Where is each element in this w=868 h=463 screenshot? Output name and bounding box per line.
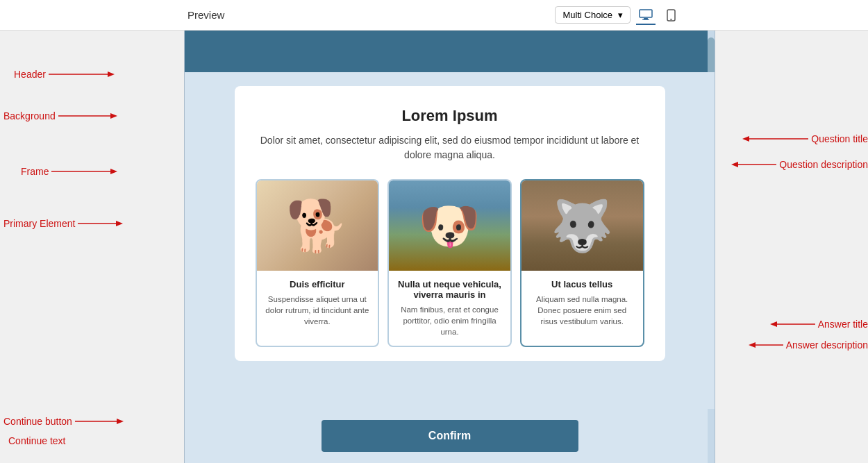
svg-marker-12 bbox=[116, 221, 123, 226]
background-arrow bbox=[58, 110, 121, 121]
survey-title: Lorem Ipsum bbox=[256, 107, 644, 125]
frame-arrow bbox=[51, 166, 121, 177]
svg-marker-19 bbox=[770, 321, 777, 327]
svg-marker-14 bbox=[117, 419, 124, 424]
question-description-annotation: Question description bbox=[728, 159, 868, 170]
main-area: Header Background Frame Primary Elemen bbox=[0, 31, 868, 463]
frame-annotation: Frame bbox=[21, 166, 121, 177]
confirm-button[interactable]: Confirm bbox=[322, 420, 578, 452]
question-description-label: Question description bbox=[779, 159, 868, 170]
left-annotations: Header Background Frame Primary Elemen bbox=[0, 31, 184, 463]
svg-rect-4 bbox=[670, 19, 672, 20]
svg-marker-17 bbox=[731, 162, 738, 167]
dropdown-selected-value: Multi Choice bbox=[562, 10, 612, 20]
confirm-area: Confirm bbox=[185, 409, 715, 463]
choice-image-1 bbox=[257, 180, 378, 271]
preview-container: Lorem Ipsum Dolor sit amet, consectetur … bbox=[184, 31, 715, 463]
header-arrow bbox=[49, 69, 118, 80]
choice-title-3: Ut lacus tellus bbox=[530, 279, 635, 289]
svg-marker-10 bbox=[110, 169, 117, 174]
survey-header bbox=[185, 31, 715, 72]
continue-text-annotation: Continue text bbox=[8, 435, 66, 446]
survey-description: Dolor sit amet, consectetur adipiscing e… bbox=[256, 133, 644, 162]
choice-card-3[interactable]: Ut lacus tellus Aliquam sed nulla magna.… bbox=[520, 179, 644, 347]
choice-image-2 bbox=[389, 180, 510, 271]
choice-card-2[interactable]: Nulla ut neque vehicula, viverra mauris … bbox=[387, 179, 512, 347]
answer-title-annotation: Answer title bbox=[767, 319, 868, 330]
svg-marker-8 bbox=[110, 113, 117, 119]
answer-description-annotation: Answer description bbox=[745, 339, 868, 351]
choice-body-3: Ut lacus tellus Aliquam sed nulla magna.… bbox=[521, 271, 643, 335]
svg-rect-0 bbox=[640, 10, 652, 17]
choice-body-1: Duis efficitur Suspendisse aliquet urna … bbox=[257, 271, 378, 335]
svg-marker-15 bbox=[742, 136, 749, 142]
question-type-dropdown[interactable]: Multi Choice ▾ bbox=[555, 6, 631, 24]
choice-title-2: Nulla ut neque vehicula, viverra mauris … bbox=[397, 279, 502, 300]
question-title-arrow bbox=[739, 133, 808, 144]
svg-rect-2 bbox=[642, 19, 649, 19]
background-annotation: Background bbox=[3, 110, 121, 121]
continue-button-annotation: Continue button bbox=[3, 416, 127, 427]
choice-title-1: Duis efficitur bbox=[265, 279, 370, 289]
question-title-label: Question title bbox=[811, 133, 868, 144]
svg-marker-6 bbox=[108, 71, 115, 77]
chevron-down-icon: ▾ bbox=[618, 10, 623, 20]
answer-title-arrow bbox=[767, 319, 815, 330]
answer-description-arrow bbox=[745, 339, 783, 351]
header-annotation-label: Header bbox=[14, 69, 46, 80]
header-annotation: Header bbox=[14, 69, 118, 80]
continue-text-label: Continue text bbox=[8, 435, 66, 446]
continue-button-label: Continue button bbox=[3, 416, 72, 427]
choice-desc-3: Aliquam sed nulla magna. Donec posuere e… bbox=[530, 294, 635, 327]
choice-body-2: Nulla ut neque vehicula, viverra mauris … bbox=[389, 271, 510, 346]
choice-desc-1: Suspendisse aliquet urna ut dolor rutrum… bbox=[265, 294, 370, 327]
choice-card-1[interactable]: Duis efficitur Suspendisse aliquet urna … bbox=[256, 179, 380, 347]
primary-element-arrow bbox=[78, 218, 126, 229]
frame-annotation-label: Frame bbox=[21, 166, 49, 177]
background-annotation-label: Background bbox=[3, 110, 56, 121]
survey-frame: Lorem Ipsum Dolor sit amet, consectetur … bbox=[185, 72, 715, 409]
question-description-arrow bbox=[728, 159, 776, 170]
svg-marker-21 bbox=[749, 342, 756, 348]
desktop-view-icon[interactable] bbox=[636, 6, 656, 25]
mobile-view-icon[interactable] bbox=[661, 6, 681, 25]
preview-title: Preview bbox=[187, 9, 224, 21]
question-title-annotation: Question title bbox=[739, 133, 868, 144]
answer-description-label: Answer description bbox=[786, 339, 868, 351]
right-annotations: Question title Question description Answ… bbox=[715, 31, 868, 463]
choice-image-3 bbox=[521, 180, 643, 271]
continue-button-arrow bbox=[75, 416, 127, 427]
top-bar-controls: Multi Choice ▾ bbox=[555, 6, 681, 25]
choices-grid: Duis efficitur Suspendisse aliquet urna … bbox=[256, 179, 644, 347]
survey-content: Lorem Ipsum Dolor sit amet, consectetur … bbox=[235, 86, 665, 361]
choice-desc-2: Nam finibus, erat et congue porttitor, o… bbox=[397, 304, 502, 337]
primary-element-annotation: Primary Element bbox=[3, 218, 126, 229]
top-bar: Preview Multi Choice ▾ bbox=[0, 0, 868, 31]
answer-title-label: Answer title bbox=[818, 319, 868, 330]
primary-element-annotation-label: Primary Element bbox=[3, 218, 75, 229]
